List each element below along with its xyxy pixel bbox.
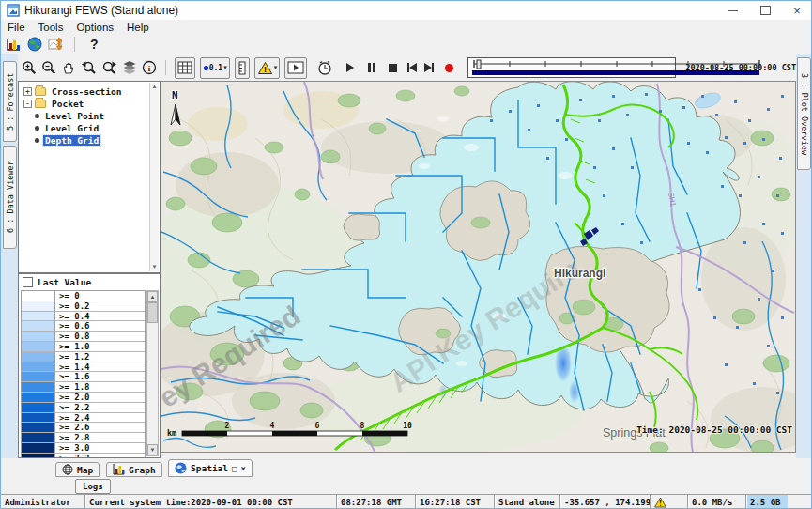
record-button[interactable] [443,58,455,77]
legend-color-swatch [22,443,55,453]
status-cell: 08:27:18 GMT [337,495,416,509]
layers-icon[interactable] [122,58,137,77]
main-toolbar: ? [1,34,812,54]
scroll-down-icon[interactable]: ▼ [150,263,159,271]
menu-help[interactable]: Help [120,22,156,33]
zoom-previous-icon[interactable] [81,58,97,77]
close-button[interactable]: × [781,1,812,20]
timeline-slider[interactable] [467,57,677,78]
zoom-next-icon[interactable] [101,58,117,77]
warning-icon: ! [654,497,666,508]
tree-item-level-point[interactable]: Level Point [20,110,150,122]
legend-row-label: >= 0.2 [55,301,90,311]
tree-item-label: Level Grid [43,123,100,133]
last-value-checkbox[interactable] [23,277,33,287]
status-cell: 2.5 GB [746,495,812,509]
legend-row-label: >= 2.4 [55,413,90,423]
tab-restore-icon[interactable]: □ [232,464,237,473]
sidebar-tab-data-viewer[interactable]: 6 : Data Viewer [3,146,17,249]
application-window: { "window": { "title": "Hikurangi FEWS (… [0,0,812,509]
sidebar-tab-forecast[interactable]: 5 : Forecast [3,61,17,142]
scroll-up-icon[interactable]: ▲ [150,83,159,91]
globe-icon[interactable] [27,35,42,54]
legend-row: >= 0 [22,291,145,301]
collapse-icon[interactable]: - [23,100,32,108]
zoom-out-icon[interactable] [41,58,56,77]
tab-spatial-label: Spatial [191,463,228,473]
threshold-dropdown[interactable]: 0.1 ▾ [200,57,230,79]
skip-to-start-button[interactable] [406,58,419,77]
map-canvas[interactable]: ey Required API Key Require SH1 Hikurang… [161,82,795,452]
scroll-thumb[interactable] [147,302,158,323]
svg-text:4: 4 [270,422,275,430]
tab-close-icon[interactable]: × [240,464,245,473]
tree-item-label: Cross-section [50,86,123,97]
legend-row-label: >= 0.8 [55,332,90,341]
timer-icon[interactable] [317,58,332,77]
status-cell: Current system time:2020-09-01 00:00 CST [85,495,337,509]
legend-panel: Last Value >= 0>= 0.2>= 0.4>= 0.6>= 0.8>… [18,273,161,458]
tree-item-depth-grid[interactable]: Depth Grid [20,134,150,147]
legend-color-swatch [22,342,55,351]
help-button[interactable]: ? [84,35,104,54]
legend-row: >= 3.0 [22,443,145,454]
bar-chart-icon [113,464,125,475]
pan-icon[interactable] [61,58,76,77]
menu-file[interactable]: File [1,22,32,33]
toolbar-separator [74,37,75,52]
sidebar-tab-plot-overview[interactable]: 3 : Plot Overview [797,57,811,170]
explorer-icon[interactable] [6,35,22,54]
play-button[interactable] [345,58,357,77]
legend-row-label: >= 2.2 [55,403,90,412]
scroll-up-icon[interactable]: ▲ [147,291,158,302]
last-value-row: Last Value [19,274,160,290]
maximize-button[interactable] [749,1,781,20]
legend-row: >= 1.4 [22,362,145,373]
legend-color-swatch [22,291,55,301]
tree-item-level-grid[interactable]: Level Grid [20,122,150,134]
skip-to-end-button[interactable] [423,58,436,77]
scroll-down-icon[interactable]: ▼ [147,444,158,455]
map-viewport[interactable]: ey Required API Key Require SH1 Hikurang… [161,81,796,453]
tab-map-label: Map [77,465,93,475]
legend-color-swatch [22,332,55,341]
legend-row: >= 2.0 [22,393,145,403]
tab-graph[interactable]: Graph [106,462,162,477]
expand-icon[interactable]: + [23,87,32,96]
status-warning-cell[interactable]: ! [651,495,688,509]
logs-row: Logs [1,478,812,494]
tab-map[interactable]: Map [55,462,100,477]
legend-row-label: >= 3.2 [55,454,90,457]
legend-row-label: >= 1.6 [55,372,90,381]
right-tab-strip: 3 : Plot Overview [796,54,812,458]
legend-row-label: >= 2.8 [55,433,90,442]
tab-graph-label: Graph [129,465,156,475]
tree-item-cross-section[interactable]: +Cross-section [20,85,150,98]
legend-color-swatch [22,372,55,381]
tree-item-pocket[interactable]: -Pocket [20,98,150,110]
zoom-in-icon[interactable] [22,58,37,77]
pause-button[interactable] [366,58,378,77]
legend-scrollbar[interactable]: ▲ ▼ [146,290,159,456]
timeseries-icon[interactable] [48,35,65,54]
map-time-label: Time: 2020-08-25 00:00:00 CST [636,424,792,435]
legend-row: >= 0.2 [22,301,145,312]
warning-dropdown[interactable]: ! ▾ [254,57,281,79]
tab-spatial[interactable]: Spatial □ × [168,459,253,477]
minimize-button[interactable] [717,1,749,20]
animation-button[interactable] [284,57,307,79]
scale-bar-button[interactable] [235,57,250,79]
grid-display-button[interactable] [175,57,195,79]
logs-button[interactable]: Logs [75,479,111,494]
last-value-label: Last Value [38,277,91,287]
tree-scrollbar[interactable]: ▲ ▼ [149,83,159,271]
map-toolbar: i 0.1 ▾ ! ▾ [18,54,796,81]
menu-tools[interactable]: Tools [32,22,70,33]
info-icon[interactable]: i [142,58,157,77]
stop-button[interactable] [387,58,399,77]
legend-row-label: >= 0.4 [55,312,90,321]
status-cell: Administrator [1,495,85,509]
status-bar: AdministratorCurrent system time:2020-09… [1,494,812,509]
menu-options[interactable]: Options [69,22,120,33]
bottom-tab-bar: Map Graph Spatial □ × [1,458,812,478]
